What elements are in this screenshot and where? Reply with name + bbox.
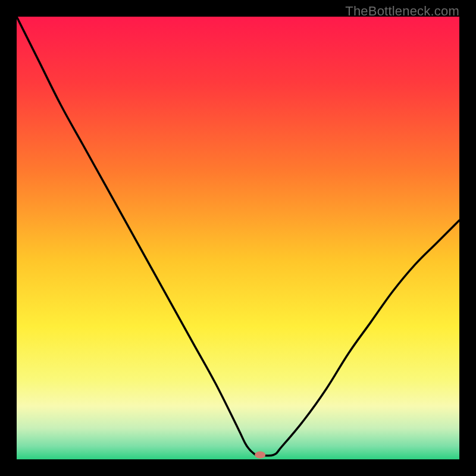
plot-area <box>17 17 459 459</box>
chart-container: TheBottleneck.com <box>0 0 476 476</box>
bottleneck-curve <box>17 17 459 459</box>
marker-dot <box>255 452 265 459</box>
